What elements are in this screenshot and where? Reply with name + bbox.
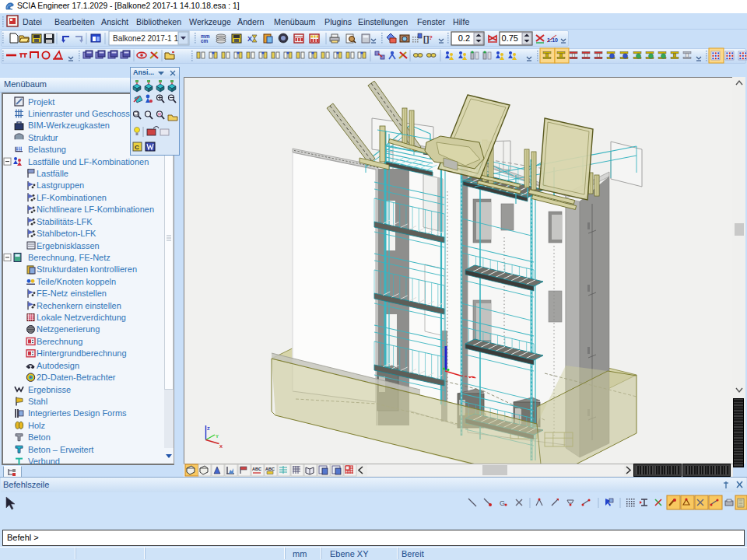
svg-text:R: R	[158, 112, 162, 117]
svg-text:Stahlbeton-LFK: Stahlbeton-LFK	[37, 229, 96, 238]
svg-text:Balkone2 2017-1 1: Balkone2 2017-1 1	[113, 34, 178, 43]
svg-text:2D-Daten-Betrachter: 2D-Daten-Betrachter	[37, 373, 116, 382]
svg-text:Beton: Beton	[28, 432, 51, 442]
svg-text:Projekt: Projekt	[28, 97, 54, 107]
svg-text:Ergebnisklassen: Ergebnisklassen	[37, 241, 100, 250]
svg-text:Rechenkern einstellen: Rechenkern einstellen	[37, 301, 121, 310]
svg-text:Verbund: Verbund	[28, 457, 60, 465]
svg-text:Ergebnisse: Ergebnisse	[28, 385, 71, 394]
svg-text:Autodesign: Autodesign	[37, 361, 79, 370]
svg-text:Z: Z	[207, 426, 210, 431]
svg-text:Stahl: Stahl	[28, 397, 47, 406]
svg-text:X: X	[247, 35, 252, 43]
svg-text:Struktur: Struktur	[28, 133, 58, 142]
svg-text:Y: Y	[216, 434, 219, 439]
svg-text:Teile/Knoten koppeln: Teile/Knoten koppeln	[37, 277, 116, 286]
svg-text:Lastfälle: Lastfälle	[37, 169, 68, 178]
svg-text:Strukturdaten kontrollieren: Strukturdaten kontrollieren	[37, 264, 137, 274]
svg-text:Linienraster und Geschosse: Linienraster und Geschosse	[28, 109, 135, 118]
svg-text:Nichtlineare LF-Kombinationen: Nichtlineare LF-Kombinationen	[37, 205, 154, 214]
svg-text:LF-Kombinationen: LF-Kombinationen	[37, 193, 107, 202]
svg-text:Holz: Holz	[28, 421, 45, 430]
svg-text:Berechnung, FE-Netz: Berechnung, FE-Netz	[28, 253, 110, 262]
svg-text:Stabilitäts-LFK: Stabilitäts-LFK	[37, 217, 93, 226]
svg-text:Hintergrundberechnung: Hintergrundberechnung	[37, 348, 127, 358]
svg-text:Belastung: Belastung	[28, 145, 66, 154]
svg-text:Lastgruppen: Lastgruppen	[37, 180, 84, 190]
svg-text:Netzgenerierung: Netzgenerierung	[37, 324, 100, 334]
svg-text:Lastfälle und LF-Kombinationen: Lastfälle und LF-Kombinationen	[28, 157, 149, 166]
svg-text:C: C	[135, 144, 139, 151]
svg-text:0.75: 0.75	[502, 33, 518, 43]
svg-text:ABC: ABC	[252, 467, 261, 471]
svg-text:Beton – Erweitert: Beton – Erweitert	[28, 445, 93, 454]
svg-text:Integriertes Design Forms: Integriertes Design Forms	[28, 408, 127, 418]
svg-text:cm: cm	[201, 38, 209, 44]
svg-text:BIM-Werkzeugkasten: BIM-Werkzeugkasten	[28, 121, 110, 130]
svg-text:FE-Netz einstellen: FE-Netz einstellen	[37, 289, 107, 298]
svg-text:Lokale Netzverdichtung: Lokale Netzverdichtung	[37, 313, 126, 322]
svg-text:Berechnung: Berechnung	[37, 337, 82, 346]
svg-text:G: G	[500, 499, 505, 507]
svg-text:X: X	[219, 444, 223, 449]
svg-text:0.2: 0.2	[458, 33, 470, 43]
svg-text:?: ?	[429, 34, 433, 41]
svg-text:ABC: ABC	[265, 467, 275, 471]
